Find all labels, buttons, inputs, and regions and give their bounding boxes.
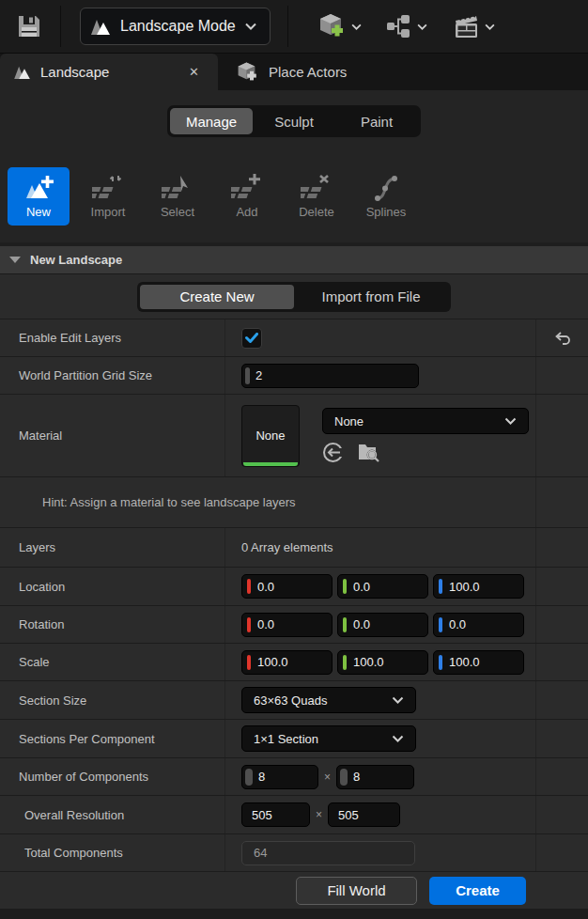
row-rotation: Rotation 0.0 0.0 0.0 (0, 606, 588, 644)
property-label: Location (0, 568, 225, 605)
layers-count-text: 0 Array elements (241, 540, 333, 554)
chevron-down-icon (351, 23, 362, 30)
row-total-components: Total Components 64 (0, 834, 588, 872)
drag-handle[interactable] (340, 769, 348, 786)
close-icon[interactable]: ✕ (183, 63, 205, 81)
create-button[interactable]: Create (429, 877, 526, 905)
components-x-input[interactable]: 8 (241, 765, 318, 789)
input-value: 505 (338, 808, 359, 822)
tab-sculpt[interactable]: Sculpt (253, 108, 335, 134)
mode-selector-dropdown[interactable]: Landscape Mode (80, 8, 271, 45)
x-axis-bar (247, 617, 251, 632)
row-number-of-components: Number of Components 8 × 8 (0, 758, 588, 796)
row-world-partition-grid-size: World Partition Grid Size 2 (0, 357, 588, 395)
tab-paint[interactable]: Paint (335, 108, 418, 134)
input-value: 2 (255, 368, 262, 382)
property-label: Sections Per Component (0, 720, 225, 757)
tool-label: Select (161, 205, 194, 219)
tool-label: Delete (299, 205, 334, 219)
tool-delete-button[interactable]: Delete (286, 167, 348, 226)
tab-import-from-file[interactable]: Import from File (294, 285, 448, 309)
sections-per-component-dropdown[interactable]: 1×1 Section (241, 725, 416, 752)
input-value: 8 (353, 770, 360, 784)
chevron-down-icon (417, 23, 427, 30)
resolution-y-input[interactable]: 505 (328, 802, 400, 827)
property-label: Scale (0, 644, 225, 680)
location-y-input[interactable]: 0.0 (337, 574, 428, 599)
collapse-caret-icon (9, 257, 21, 263)
row-material: Material None None (0, 395, 588, 477)
row-enable-edit-layers: Enable Edit Layers (0, 319, 588, 357)
combo-value: 63×63 Quads (254, 693, 327, 708)
blueprints-button[interactable] (386, 14, 427, 39)
chevron-down-icon (504, 417, 517, 425)
input-value: 0.0 (257, 617, 274, 631)
resolution-x-input[interactable]: 505 (241, 802, 310, 827)
property-label: Enable Edit Layers (0, 319, 225, 356)
drag-handle[interactable] (245, 769, 253, 786)
scale-z-input[interactable]: 100.0 (433, 650, 524, 675)
property-label: World Partition Grid Size (0, 357, 225, 394)
section-size-dropdown[interactable]: 63×63 Quads (241, 687, 416, 713)
tab-place-actors[interactable]: Place Actors (224, 54, 360, 90)
tab-manage[interactable]: Manage (170, 108, 253, 134)
input-value: 0.0 (257, 580, 274, 594)
tool-import-button[interactable]: Import (77, 167, 139, 226)
y-axis-bar (343, 655, 347, 670)
panel-bottom-strip (0, 910, 588, 919)
scale-y-input[interactable]: 100.0 (337, 650, 428, 675)
tool-label: Import (91, 205, 126, 219)
reset-to-default-icon[interactable] (553, 331, 572, 346)
material-asset-dropdown[interactable]: None (322, 408, 529, 434)
tool-new-button[interactable]: New (8, 167, 70, 226)
tab-landscape[interactable]: Landscape ✕ (0, 54, 218, 90)
row-section-size: Section Size 63×63 Quads (0, 681, 588, 720)
rotation-x-input[interactable]: 0.0 (241, 613, 333, 637)
tab-create-new[interactable]: Create New (140, 285, 294, 309)
section-new-landscape[interactable]: New Landscape (0, 246, 588, 274)
world-partition-grid-size-input[interactable]: 2 (241, 364, 419, 388)
landscape-tab-icon (13, 65, 31, 79)
import-landscape-icon (92, 174, 124, 202)
enable-edit-layers-checkbox[interactable] (241, 328, 262, 349)
browse-to-asset-icon[interactable] (357, 442, 380, 463)
mode-selector-label: Landscape Mode (120, 18, 236, 35)
material-type-bar (243, 462, 298, 466)
save-button[interactable] (8, 6, 51, 47)
select-landscape-icon (162, 174, 193, 202)
drag-handle[interactable] (245, 367, 250, 384)
checkmark-icon (245, 333, 258, 343)
location-x-input[interactable]: 0.0 (241, 574, 333, 599)
input-value: 505 (252, 808, 272, 822)
total-components-readonly-field: 64 (241, 841, 415, 865)
input-value: 8 (258, 770, 265, 784)
fill-world-button[interactable]: Fill World (296, 877, 417, 905)
property-label: Layers (0, 528, 225, 567)
input-value: 0.0 (449, 617, 466, 631)
z-axis-bar (439, 655, 442, 670)
y-axis-bar (343, 617, 347, 632)
material-thumbnail[interactable]: None (241, 405, 300, 467)
input-value: 100.0 (449, 580, 480, 594)
tool-splines-button[interactable]: Splines (355, 167, 417, 226)
cinematics-button[interactable] (452, 13, 495, 39)
rotation-z-input[interactable]: 0.0 (433, 613, 524, 637)
scale-x-input[interactable]: 100.0 (241, 650, 333, 675)
new-landscape-icon (23, 174, 54, 202)
material-thumbnail-label: None (255, 428, 285, 443)
location-z-input[interactable]: 100.0 (433, 574, 524, 599)
quick-add-actor-button[interactable] (318, 12, 362, 40)
tool-select-button[interactable]: Select (147, 167, 209, 226)
components-y-input[interactable]: 8 (336, 765, 414, 789)
row-material-hint: Hint: Assign a material to see landscape… (0, 477, 588, 528)
tool-label: Splines (366, 205, 407, 219)
row-sections-per-component: Sections Per Component 1×1 Section (0, 720, 588, 758)
chevron-down-icon (392, 696, 404, 704)
use-selected-asset-icon[interactable] (322, 442, 344, 463)
clapperboard-icon (452, 13, 480, 39)
rotation-y-input[interactable]: 0.0 (337, 613, 428, 637)
tool-add-button[interactable]: Add (216, 167, 278, 226)
input-value: 100.0 (449, 655, 480, 669)
landscape-mode-icon (90, 18, 111, 35)
chevron-down-icon (245, 23, 256, 30)
